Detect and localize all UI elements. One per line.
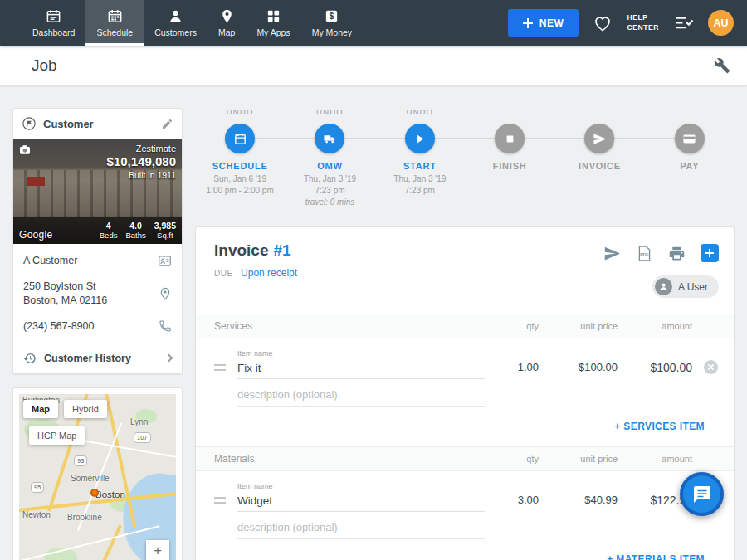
undo-schedule-button[interactable]: UNDO <box>195 107 285 117</box>
due-terms-link[interactable]: Upon receipt <box>241 267 297 279</box>
service-item-qty[interactable]: 1.00 <box>493 361 539 379</box>
pdf-button[interactable]: PDF <box>636 245 653 262</box>
map-view-button[interactable]: Map <box>23 400 58 418</box>
help-center-line2: CENTER <box>627 23 659 32</box>
remove-service-item-button[interactable] <box>703 359 719 375</box>
chevron-right-icon <box>165 354 173 363</box>
item-name-cell: Item name <box>237 482 485 512</box>
material-item-row: Item name 3.00 $40.99 $122.97 <box>196 471 734 512</box>
assignee-pill[interactable]: A User <box>652 275 719 298</box>
finish-step-button[interactable] <box>495 124 525 153</box>
person-icon <box>658 281 669 292</box>
assignee-name: A User <box>678 281 708 293</box>
pay-step-button[interactable] <box>675 124 705 153</box>
help-center-link[interactable]: HELP CENTER <box>627 13 659 32</box>
nav-item-map[interactable]: Map <box>208 0 246 46</box>
close-icon <box>703 359 719 375</box>
assignee-avatar <box>655 278 672 295</box>
omw-step-button[interactable] <box>315 124 344 153</box>
nav-item-label: Customers <box>154 27 197 37</box>
customer-name: A Customer <box>23 254 158 268</box>
add-service-item-link[interactable]: + SERVICES ITEM <box>614 421 705 432</box>
job-status-timeline: UNDO SCHEDULE Sun, Jan 6 '19 1:00 pm - 2… <box>195 107 735 208</box>
page-header: Job <box>0 46 747 85</box>
service-description-input[interactable] <box>237 386 485 407</box>
item-name-label: Item name <box>237 349 485 358</box>
play-icon <box>413 132 427 146</box>
beds-stat: 4 Beds <box>100 221 118 240</box>
chat-bubble-button[interactable] <box>680 472 724 516</box>
material-description-input[interactable] <box>237 519 485 539</box>
hcp-map-button[interactable]: HCP Map <box>29 426 85 445</box>
item-name-label: Item name <box>237 482 485 490</box>
beds-label: Beds <box>100 231 118 240</box>
property-stats: 4 Beds 4.0 Baths 3,985 Sq.ft <box>100 221 176 240</box>
print-button[interactable] <box>668 245 686 262</box>
schedule-step-button[interactable] <box>225 124 255 153</box>
customer-address-row: 250 Boylston StBoston, MA 02116 <box>13 274 182 314</box>
send-icon <box>593 132 607 146</box>
map-label-lynn: Lynn <box>130 417 148 426</box>
schedule-icon <box>107 8 123 24</box>
step-label: OMW <box>285 161 374 171</box>
service-item-unit-price[interactable]: $100.00 <box>547 361 618 379</box>
nav-item-customers[interactable]: Customers <box>144 0 208 46</box>
invoice-step-button[interactable] <box>584 124 614 153</box>
nav-item-label: My Apps <box>256 27 290 37</box>
street-view-icon[interactable] <box>18 144 32 157</box>
truck-icon <box>323 132 337 146</box>
add-invoice-item-button[interactable] <box>701 244 719 262</box>
sqft-value: 3,985 <box>154 221 176 231</box>
customer-history-row[interactable]: Customer History <box>13 343 182 373</box>
nav-item-schedule[interactable]: Schedule <box>85 0 144 46</box>
nav-right-group: NEW HELP CENTER AU <box>508 0 747 46</box>
nav-item-my-money[interactable]: $ My Money <box>301 0 363 46</box>
customer-address: 250 Boylston StBoston, MA 02116 <box>23 280 159 308</box>
step-label: PAY <box>645 161 735 171</box>
refer-heart-icon[interactable] <box>593 13 613 33</box>
add-material-item-link[interactable]: + MATERIALS ITEM <box>607 553 705 560</box>
material-item-qty[interactable]: 3.00 <box>493 494 539 512</box>
map-canvas[interactable]: Burlington Lynn Somerville Boston Newton… <box>19 394 176 560</box>
drag-handle[interactable] <box>214 497 226 504</box>
sqft-stat: 3,985 Sq.ft <box>154 221 176 240</box>
map-label-boston: Boston <box>95 489 125 499</box>
beds-value: 4 <box>100 221 118 231</box>
material-item-name-input[interactable] <box>237 492 485 512</box>
credit-card-icon <box>682 132 696 146</box>
material-item-unit-price[interactable]: $40.99 <box>547 494 618 512</box>
user-avatar[interactable]: AU <box>708 10 734 36</box>
page-title: Job <box>32 56 57 75</box>
nav-item-my-apps[interactable]: My Apps <box>246 0 300 46</box>
start-step-button[interactable] <box>405 124 435 153</box>
item-name-cell: Item name <box>237 349 485 379</box>
service-item-row: Item name 1.00 $100.00 $100.00 <box>196 338 734 379</box>
add-material-row: + MATERIALS ITEM <box>196 539 734 560</box>
qty-column-header: qty <box>493 321 539 331</box>
due-label: DUE <box>214 269 233 278</box>
send-invoice-button[interactable] <box>603 245 621 262</box>
add-service-row: + SERVICES ITEM <box>196 407 734 446</box>
timeline-step-omw: UNDO OMW Thu, Jan 3 '19 7:23 pm travel: … <box>285 107 374 208</box>
customer-name-row: A Customer <box>13 248 182 274</box>
zoom-in-button[interactable]: + <box>146 540 169 560</box>
drag-handle[interactable] <box>214 364 226 371</box>
tasks-menu-icon[interactable] <box>673 12 694 33</box>
map-label-newton: Newton <box>22 510 51 519</box>
new-button[interactable]: NEW <box>508 9 579 37</box>
dashboard-icon <box>46 8 61 24</box>
nav-item-dashboard[interactable]: Dashboard <box>22 0 85 46</box>
edit-pencil-icon[interactable] <box>161 118 173 130</box>
map-card: Burlington Lynn Somerville Boston Newton… <box>12 387 183 560</box>
route-shield-93: 93 <box>74 455 87 466</box>
job-tools-icon[interactable] <box>714 57 730 74</box>
service-item-name-input[interactable] <box>237 359 485 379</box>
undo-omw-button[interactable]: UNDO <box>285 107 374 117</box>
hybrid-view-button[interactable]: Hybrid <box>64 400 107 418</box>
location-pin-icon <box>159 287 172 300</box>
address-line1: 250 Boylston St <box>23 280 96 292</box>
printer-icon <box>668 245 686 262</box>
undo-start-button[interactable]: UNDO <box>375 107 465 117</box>
step-date: Thu, Jan 3 '19 7:23 pm travel: 0 mins <box>285 173 374 208</box>
route-shield-107: 107 <box>134 432 151 443</box>
